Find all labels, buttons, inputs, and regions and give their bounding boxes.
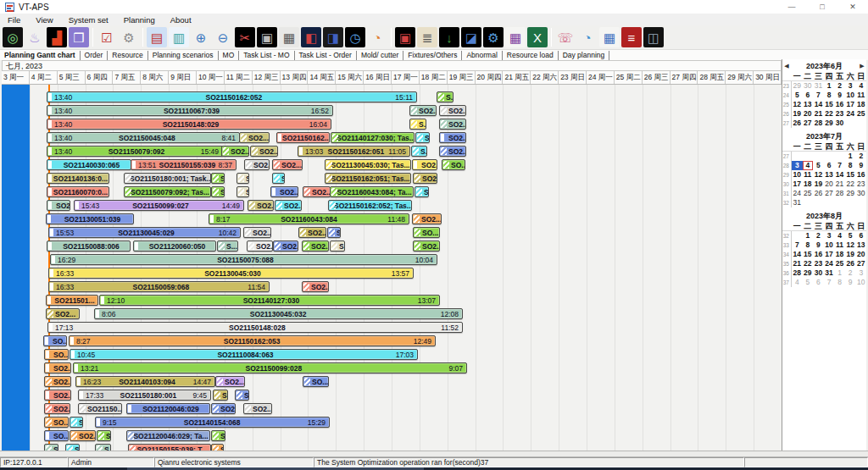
- calendar-day[interactable]: 14: [834, 170, 845, 180]
- calendar-day[interactable]: 6: [824, 161, 835, 170]
- mold-cutter-icon[interactable]: ✂: [235, 27, 255, 47]
- calendar-day[interactable]: 2: [855, 152, 866, 161]
- calendar-day[interactable]: 8: [845, 161, 856, 170]
- grid-tiles-icon[interactable]: ◧: [301, 27, 321, 47]
- calendar-day[interactable]: 7: [834, 161, 845, 170]
- gantt-bar[interactable]: SO2...: [412, 213, 442, 224]
- calendar-day[interactable]: 14: [792, 250, 803, 259]
- calendar-folder-icon[interactable]: ❒: [69, 27, 89, 47]
- gantt-bar[interactable]: 15:43SO21150099:02714:49: [74, 200, 244, 211]
- calendar-day[interactable]: 24: [845, 109, 856, 119]
- calendar-day[interactable]: 2: [834, 81, 845, 91]
- calendar-day[interactable]: 16: [834, 100, 845, 109]
- gantt-bar[interactable]: SO2...: [439, 146, 466, 157]
- calendar-next-icon[interactable]: ▶: [858, 63, 866, 69]
- gantt-bar[interactable]: SO2...: [303, 186, 331, 197]
- gantt-bar[interactable]: S.: [415, 186, 429, 197]
- gantt-bar[interactable]: SO21140136:0...: [47, 173, 109, 184]
- calendar-day[interactable]: 29: [824, 119, 835, 128]
- calendar-day[interactable]: 9: [855, 161, 866, 170]
- tab-planning-gantt-chart[interactable]: Planning Gantt chart: [0, 51, 81, 60]
- gantt-bar[interactable]: SO2...: [298, 227, 326, 238]
- gantt-bar[interactable]: S.: [65, 444, 80, 451]
- tab-resource-load[interactable]: Resource load: [503, 51, 559, 60]
- gantt-bar[interactable]: 16:33SO21150059:06811:54: [48, 281, 270, 292]
- tab-day-planning[interactable]: Day planning: [559, 51, 610, 60]
- calendar-day[interactable]: 6: [855, 231, 866, 241]
- gantt-bar[interactable]: SO21120046:029; Ta...: [126, 430, 210, 441]
- day-header-cell[interactable]: 9 周日: [169, 71, 197, 84]
- calendar-day[interactable]: 13: [803, 100, 814, 109]
- day-header-cell[interactable]: 17 周一: [392, 71, 420, 84]
- gantt-bar[interactable]: S.: [211, 430, 225, 441]
- blocks-icon[interactable]: ◨: [323, 27, 343, 47]
- gantt-bar[interactable]: 16:23SO21140103:09414:47: [75, 376, 215, 387]
- calendar-day[interactable]: 10: [845, 91, 856, 100]
- day-header-cell[interactable]: 3 周一: [2, 71, 30, 84]
- day-header-cell[interactable]: 30 周日: [754, 71, 782, 84]
- gantt-bar[interactable]: SO2...: [46, 308, 80, 319]
- tab-mo[interactable]: MO: [219, 51, 240, 60]
- day-header-cell[interactable]: 10 周一: [197, 71, 225, 84]
- tab-task-list-order[interactable]: Task List - Order: [295, 51, 357, 60]
- calendar-day[interactable]: 6: [813, 278, 824, 287]
- calendar-day[interactable]: 18: [834, 250, 845, 259]
- day-header-cell[interactable]: 26 周三: [643, 71, 670, 84]
- folder-blue-icon[interactable]: ◪: [461, 27, 481, 47]
- calendar-day[interactable]: 1: [834, 268, 845, 278]
- tab-abnormal[interactable]: Abnormal: [462, 51, 502, 60]
- gantt-icon[interactable]: ▤: [147, 27, 167, 47]
- gantt-bar[interactable]: S.: [327, 227, 341, 238]
- day-header-cell[interactable]: 21 周五: [503, 71, 531, 84]
- calendar-day[interactable]: 12: [792, 100, 803, 109]
- clock-orange-icon[interactable]: ◔: [367, 27, 387, 47]
- calendar-day[interactable]: 11: [855, 91, 866, 100]
- gantt-bar[interactable]: SO2...: [270, 186, 298, 197]
- gantt-bar[interactable]: S.: [44, 444, 58, 451]
- calendar-day[interactable]: 15: [845, 170, 856, 180]
- gantt-bar[interactable]: SO21150162:052; Tas...: [328, 200, 412, 211]
- gantt-bar[interactable]: S.: [236, 173, 249, 184]
- person-phone-icon[interactable]: ☏: [555, 27, 576, 47]
- gantt-bar[interactable]: S.: [409, 119, 426, 130]
- gantt-bar[interactable]: SO21140127:030; Tas...: [331, 132, 415, 143]
- calendar-day[interactable]: 27: [803, 119, 814, 128]
- gantt-bar[interactable]: S.: [70, 417, 83, 428]
- gantt-bar[interactable]: SO2...: [272, 159, 303, 170]
- gantt-bar[interactable]: SO2...: [44, 390, 71, 401]
- calendar-day[interactable]: 1: [845, 152, 856, 161]
- calendar-day[interactable]: 24: [792, 189, 803, 198]
- calendar-day[interactable]: 16: [813, 250, 824, 259]
- calendar-day[interactable]: 13: [855, 241, 866, 250]
- calendar-day[interactable]: 10: [855, 278, 866, 287]
- calendar-day[interactable]: 16: [855, 170, 866, 180]
- clock-dark-icon[interactable]: ◷: [345, 27, 365, 47]
- day-header-cell[interactable]: 16 周日: [364, 71, 392, 84]
- gantt-bar[interactable]: S.: [211, 173, 225, 184]
- calendar-day[interactable]: 18: [855, 100, 866, 109]
- sheet-chart-icon[interactable]: ▥: [169, 27, 189, 47]
- gantt-bar[interactable]: SO2...: [215, 376, 245, 387]
- gantt-bar[interactable]: S.: [330, 241, 345, 252]
- calendar-day[interactable]: 6: [803, 91, 814, 100]
- gear-clock-icon[interactable]: ⚙: [483, 27, 504, 47]
- calendar-day[interactable]: 20: [855, 250, 866, 259]
- calendar-day[interactable]: 14: [813, 100, 824, 109]
- calendar-day[interactable]: 4: [855, 81, 866, 91]
- day-header-cell[interactable]: 25 周二: [615, 71, 643, 84]
- gantt-bar[interactable]: SO2...: [243, 403, 272, 414]
- register-icon[interactable]: ▦: [279, 27, 299, 47]
- tab-planning-scenarios[interactable]: Planning scenarios: [148, 51, 219, 60]
- calendar-day[interactable]: 22: [824, 109, 835, 119]
- gantt-bar[interactable]: S.: [236, 186, 249, 197]
- calendar-day[interactable]: 22: [803, 259, 814, 268]
- calendar-day[interactable]: 10: [824, 241, 835, 250]
- gantt-bar[interactable]: S.: [411, 146, 427, 157]
- day-header-cell[interactable]: 13 周四: [281, 71, 309, 84]
- gears-icon[interactable]: ⚙: [119, 27, 139, 47]
- gantt-bar[interactable]: 13:40SO21150162:05215:11: [47, 91, 417, 102]
- calendar-day[interactable]: 3: [855, 268, 866, 278]
- day-header-cell[interactable]: 24 周一: [587, 71, 615, 84]
- gantt-bar[interactable]: SO2...: [44, 403, 70, 414]
- calendar-day-today[interactable]: 4: [803, 161, 814, 170]
